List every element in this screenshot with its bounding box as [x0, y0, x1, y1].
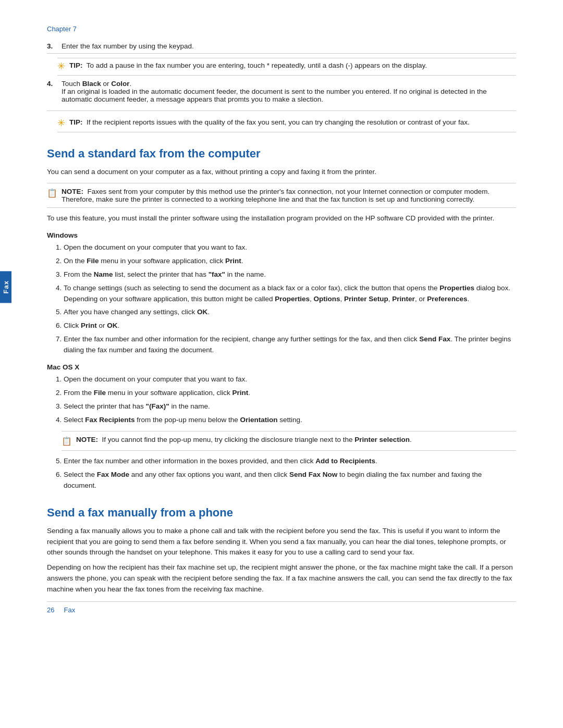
step-4-black: Black [82, 80, 101, 88]
tip-1-box: ✳ TIP: To add a pause in the fax number … [57, 58, 516, 76]
step-4-desc: If an original is loaded in the automati… [62, 88, 487, 103]
section1-intro: You can send a document on your computer… [47, 167, 516, 178]
list-item: Open the document on your computer that … [64, 242, 516, 253]
step-3-num: 3. [47, 42, 62, 50]
windows-heading: Windows [47, 231, 516, 239]
macosx-note-icon: 📋 [62, 436, 72, 446]
tip-1-label: TIP: [69, 61, 83, 69]
tip-2-content: TIP: If the recipient reports issues wit… [69, 118, 470, 126]
tip-1-text: To add a pause in the fax number you are… [87, 61, 427, 69]
step-4-color: Color [111, 80, 129, 88]
macosx-steps2-list: Enter the fax number and other informati… [64, 456, 516, 491]
footer-page: 26 [47, 606, 54, 614]
list-item: From the Name list, select the printer t… [64, 269, 516, 280]
macosx-note-content: NOTE: If you cannot find the pop-up menu… [76, 436, 412, 443]
list-item: On the File menu in your software applic… [64, 256, 516, 267]
list-item: After you have changed any settings, cli… [64, 307, 516, 318]
step-4-content: Touch Black or Color. If an original is … [62, 80, 516, 103]
list-item: Select the Fax Mode and any other fax op… [64, 470, 516, 491]
note-content: NOTE: Faxes sent from your computer by t… [62, 188, 516, 203]
tip-1-icon: ✳ [57, 60, 65, 72]
windows-steps-list: Open the document on your computer that … [64, 242, 516, 356]
macosx-heading: Mac OS X [47, 363, 516, 371]
list-item: Enter the fax number and other informati… [64, 334, 516, 356]
list-item: Open the document on your computer that … [64, 374, 516, 385]
side-tab: Fax [0, 271, 11, 303]
note-text: Faxes sent from your computer by this me… [62, 188, 489, 203]
tip-2-box: ✳ TIP: If the recipient reports issues w… [57, 115, 516, 132]
note-icon: 📋 [47, 188, 57, 198]
macosx-note-label: NOTE: [76, 436, 98, 443]
tip-2-text: If the recipient reports issues with the… [87, 118, 470, 126]
step-4-num: 4. [47, 80, 62, 103]
section2-para2: Depending on how the recipient has their… [47, 562, 516, 595]
note-label: NOTE: [62, 188, 83, 195]
list-item: Click Print or OK. [64, 320, 516, 331]
macosx-note-text: If you cannot find the pop-up menu, try … [102, 436, 412, 443]
section2-para1: Sending a fax manually allows you to mak… [47, 526, 516, 559]
macosx-note-box: 📋 NOTE: If you cannot find the pop-up me… [62, 431, 516, 451]
list-item: To change settings (such as selecting to… [64, 283, 516, 305]
step-4-text: Touch [62, 80, 82, 88]
section2-heading: Send a fax manually from a phone [47, 506, 516, 520]
chapter-label: Chapter 7 [47, 25, 516, 33]
macosx-steps-list: Open the document on your computer that … [64, 374, 516, 426]
tip-1-content: TIP: To add a pause in the fax number yo… [69, 61, 427, 69]
footer-section: Fax [64, 606, 75, 614]
tip-2-icon: ✳ [57, 117, 65, 129]
step-3-text: Enter the fax number by using the keypad… [62, 42, 516, 50]
tip-2-label: TIP: [69, 118, 83, 126]
list-item: Enter the fax number and other informati… [64, 456, 516, 467]
section1-note-box: 📋 NOTE: Faxes sent from your computer by… [47, 183, 516, 208]
list-item: Select the printer that has "(Fax)" in t… [64, 401, 516, 412]
footer: 26 Fax [47, 601, 516, 614]
section1-heading: Send a standard fax from the computer [47, 147, 516, 161]
list-item: Select Fax Recipients from the pop-up me… [64, 415, 516, 426]
section1-install-text: To use this feature, you must install th… [47, 213, 516, 224]
list-item: From the File menu in your software appl… [64, 388, 516, 399]
